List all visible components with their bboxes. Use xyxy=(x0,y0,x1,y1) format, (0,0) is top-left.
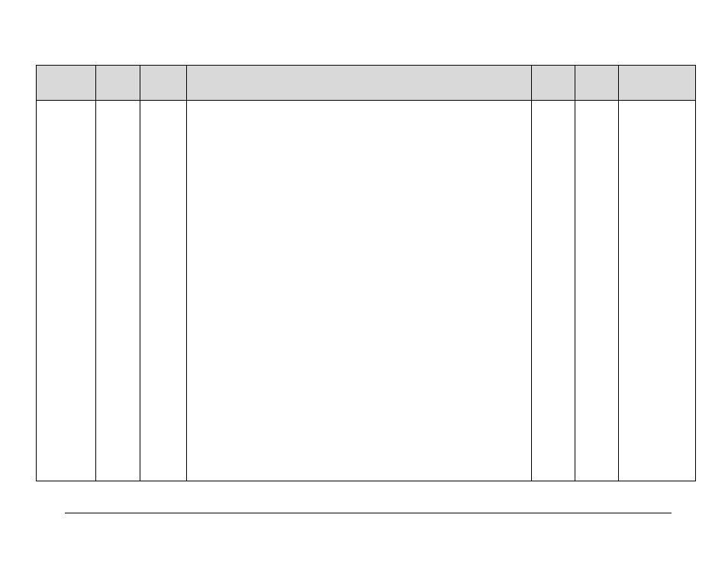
table-cell xyxy=(187,101,532,481)
table-cell xyxy=(140,101,187,481)
table-cell xyxy=(575,101,619,481)
table-cell xyxy=(96,101,140,481)
document-table xyxy=(36,65,696,481)
table-header-row xyxy=(37,66,696,101)
table-cell xyxy=(37,101,96,481)
horizontal-rule xyxy=(65,513,672,513)
table-header-cell xyxy=(140,66,187,101)
table-header-cell xyxy=(37,66,96,101)
table-header-cell xyxy=(619,66,696,101)
table-header-cell xyxy=(187,66,532,101)
table-header-cell xyxy=(575,66,619,101)
table-cell xyxy=(532,101,575,481)
table-header-cell xyxy=(532,66,575,101)
table-cell xyxy=(619,101,696,481)
table-row xyxy=(37,101,696,481)
table-header-cell xyxy=(96,66,140,101)
document-page xyxy=(0,0,728,563)
